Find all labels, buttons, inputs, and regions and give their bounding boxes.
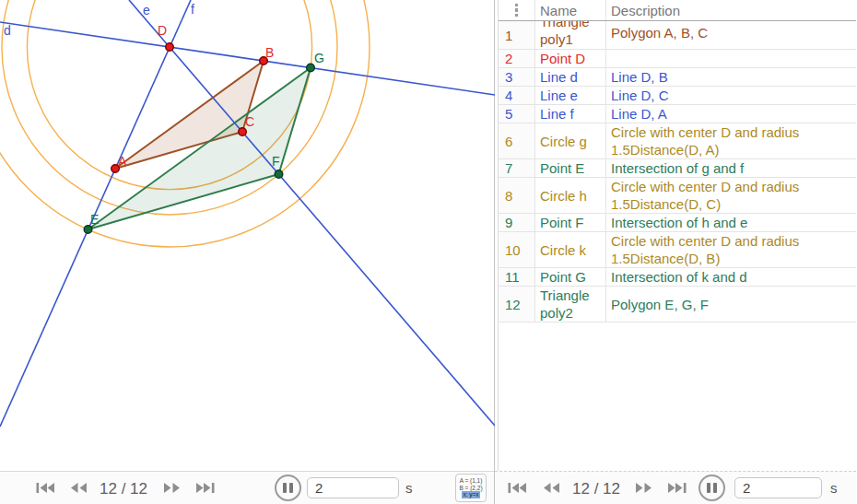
row-number: 7 — [499, 159, 535, 177]
row-name: Circle h — [535, 178, 606, 213]
row-name: Circle g — [535, 123, 606, 158]
label-e: e — [143, 3, 150, 18]
point-D[interactable] — [166, 43, 174, 52]
previous-step-button[interactable] — [541, 482, 561, 494]
point-G[interactable] — [307, 64, 315, 72]
protocol-row-12[interactable]: 12Triangle poly2Polygon E, G, F — [499, 287, 856, 322]
speed-unit-label: s — [830, 480, 838, 496]
drag-handle-icon — [515, 4, 519, 18]
speed-input[interactable] — [734, 477, 822, 498]
navigation-bar-protocol: 12 / 12 s — [495, 471, 856, 504]
skip-to-start-button[interactable] — [35, 482, 55, 494]
protocol-row-6[interactable]: 6Circle gCircle with center D and radius… — [499, 123, 856, 159]
row-number: 3 — [499, 68, 535, 86]
skip-to-end-button[interactable] — [195, 482, 216, 494]
construction-protocol-table: Name Description 1Triangle poly1Polygon … — [498, 0, 856, 471]
label-E: E — [90, 212, 99, 227]
label-C: C — [245, 114, 254, 129]
pause-button[interactable] — [275, 475, 301, 501]
column-header-name: Name — [535, 0, 606, 20]
fast-forward-icon — [162, 482, 182, 494]
protocol-header-row: Name Description — [499, 0, 856, 21]
row-name: Point F — [535, 214, 606, 231]
row-name: Circle k — [535, 232, 606, 267]
label-d: d — [4, 23, 11, 38]
label-f: f — [191, 2, 194, 17]
polygon-poly2[interactable] — [88, 68, 311, 230]
graphics-canvas[interactable]: defDABCEFG — [0, 0, 495, 471]
skip-to-end-icon — [667, 482, 687, 494]
row-name: Point D — [535, 50, 606, 67]
row-name: Line f — [535, 105, 606, 123]
row-number: 10 — [499, 232, 535, 267]
speed-unit-label: s — [405, 480, 413, 496]
step-counter: 12 / 12 — [569, 480, 624, 498]
row-number: 11 — [499, 268, 535, 286]
label-A: A — [118, 154, 127, 169]
column-options-button[interactable] — [499, 0, 535, 20]
protocol-row-9[interactable]: 9Point FIntersection of h and e — [499, 214, 856, 232]
construction-protocol-view: Name Description 1Triangle poly1Polygon … — [495, 0, 856, 504]
geogebra-window: defDABCEFG 12 / 12 s A = (1,1) B = (2,2)… — [0, 0, 857, 504]
protocol-button-line: x: y=x — [462, 491, 479, 498]
row-number: 12 — [499, 287, 535, 322]
navigation-bar-graphics: 12 / 12 s A = (1,1) B = (2,2) x: y=x — [0, 471, 494, 504]
protocol-row-3[interactable]: 3Line dLine D, B — [499, 68, 856, 87]
row-number: 2 — [499, 50, 535, 67]
row-number: 5 — [499, 105, 535, 123]
row-name: Triangle poly1 — [535, 21, 606, 49]
pause-button[interactable] — [699, 475, 725, 501]
protocol-button-line: B = (2,2) — [459, 485, 482, 492]
row-name: Line e — [535, 87, 606, 104]
row-description: Polygon A, B, C — [606, 21, 856, 49]
fast-forward-icon — [634, 482, 654, 494]
row-description: Intersection of h and e — [606, 214, 856, 231]
protocol-row-11[interactable]: 11Point GIntersection of k and d — [499, 268, 856, 287]
protocol-row-8[interactable]: 8Circle hCircle with center D and radius… — [499, 178, 856, 214]
row-description: Intersection of g and f — [606, 159, 856, 177]
speed-input[interactable] — [307, 477, 399, 498]
label-D: D — [158, 23, 167, 38]
row-number: 9 — [499, 214, 535, 231]
previous-step-button[interactable] — [68, 482, 88, 494]
row-name: Point G — [535, 268, 606, 286]
row-name: Point E — [535, 159, 606, 177]
label-B: B — [265, 45, 274, 60]
next-step-button[interactable] — [634, 482, 654, 494]
row-name: Triangle poly2 — [535, 287, 606, 322]
row-number: 8 — [499, 178, 535, 213]
row-description: Polygon E, G, F — [606, 287, 856, 322]
row-number: 1 — [499, 21, 535, 49]
row-name: Line d — [535, 68, 606, 86]
protocol-button-line: A = (1,1) — [460, 477, 483, 485]
skip-to-end-button[interactable] — [667, 482, 687, 494]
row-number: 6 — [499, 123, 535, 158]
skip-to-end-icon — [195, 482, 216, 494]
row-description: Circle with center D and radius 1.5Dista… — [606, 123, 856, 158]
protocol-row-5[interactable]: 5Line fLine D, A — [499, 105, 856, 123]
row-description: Circle with center D and radius 1.5Dista… — [606, 232, 856, 267]
pause-icon — [289, 483, 292, 493]
rewind-icon — [541, 482, 561, 494]
point-F[interactable] — [275, 170, 283, 179]
construction-protocol-button[interactable]: A = (1,1) B = (2,2) x: y=x — [455, 474, 487, 502]
step-counter: 12 / 12 — [96, 480, 151, 498]
label-F: F — [272, 154, 280, 169]
column-header-description: Description — [606, 0, 856, 20]
row-description: Line D, A — [606, 105, 856, 123]
row-number: 4 — [499, 87, 535, 104]
skip-to-start-button[interactable] — [507, 482, 527, 494]
next-step-button[interactable] — [162, 482, 182, 494]
skip-to-start-icon — [507, 482, 527, 494]
row-description: Line D, C — [606, 87, 856, 104]
label-G: G — [314, 51, 324, 65]
protocol-row-7[interactable]: 7Point EIntersection of g and f — [499, 159, 856, 178]
row-description: Circle with center D and radius 1.5Dista… — [606, 178, 856, 213]
protocol-row-4[interactable]: 4Line eLine D, C — [499, 87, 856, 105]
protocol-row-2[interactable]: 2Point D — [499, 50, 856, 68]
rewind-icon — [68, 482, 88, 494]
row-description — [606, 50, 856, 67]
protocol-row-10[interactable]: 10Circle kCircle with center D and radiu… — [499, 232, 856, 268]
protocol-row-1[interactable]: 1Triangle poly1Polygon A, B, C — [499, 21, 856, 50]
graphics-view[interactable]: defDABCEFG 12 / 12 s A = (1,1) B = (2,2)… — [0, 0, 495, 504]
